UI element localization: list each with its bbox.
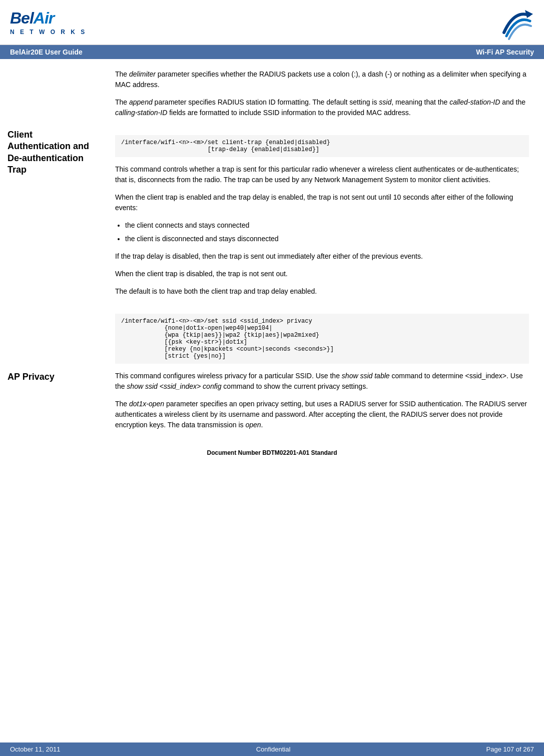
bullet-item-1: the client connects and stays connected — [125, 220, 529, 231]
logo-belair: BelAir — [10, 9, 87, 28]
main-content: Client Authentication and De-authenticat… — [0, 59, 544, 447]
para-delimiter: The delimiter parameter specifies whethe… — [115, 69, 529, 90]
para-trap-enabled: When the client trap is enabled and the … — [115, 192, 529, 213]
spacer2 — [115, 304, 529, 314]
footer-date: October 11, 2011 — [10, 745, 60, 753]
para-default: The default is to have both the client t… — [115, 286, 529, 297]
sidebar: Client Authentication and De-authenticat… — [0, 59, 105, 447]
bullet-item-2: the client is disconnected and stays dis… — [125, 234, 529, 244]
spacer1 — [115, 125, 529, 135]
italic-show-ssid-config: show ssid <ssid_index> config — [127, 382, 221, 390]
italic-dot1x-open: dot1x-open — [129, 400, 164, 408]
italic-called: called-station-ID — [449, 98, 500, 106]
para-command-controls: This command controls whether a trap is … — [115, 164, 529, 185]
italic-calling: calling-station-ID — [115, 109, 167, 117]
sidebar-section-ap-privacy: AP Privacy — [8, 371, 98, 383]
italic-ssid: ssid — [379, 98, 391, 106]
italic-show-ssid-table: show ssid table — [342, 372, 390, 380]
italic-delimiter: delimiter — [129, 70, 156, 78]
nav-right: Wi-Fi AP Security — [476, 48, 534, 56]
para-dot1x-open: The dot1x-open parameter specifies an op… — [115, 399, 529, 430]
nav-left: BelAir20E User Guide — [10, 48, 83, 56]
content-area: The delimiter parameter specifies whethe… — [105, 59, 544, 447]
footer-confidential: Confidential — [60, 745, 486, 753]
nav-bar: BelAir20E User Guide Wi-Fi AP Security — [0, 45, 544, 59]
para-trap-disabled: When the client trap is disabled, the tr… — [115, 269, 529, 279]
italic-open: open — [245, 421, 261, 429]
logo-networks: N E T W O R K S — [10, 29, 87, 36]
footer-bar: October 11, 2011 Confidential Page 107 o… — [0, 742, 544, 756]
svg-marker-0 — [525, 10, 533, 18]
doc-number: Document Number BDTM02201-A01 Standard — [207, 449, 337, 456]
footer-doc: Document Number BDTM02201-A01 Standard — [0, 447, 544, 486]
italic-append: append — [129, 98, 153, 106]
para-trap-delay-disabled: If the trap delay is disabled, then the … — [115, 251, 529, 262]
para-append: The append parameter specifies RADIUS st… — [115, 97, 529, 118]
code-ap-privacy: /interface/wifi-<n>-<m>/set ssid <ssid_i… — [115, 314, 529, 364]
footer-page: Page 107 of 267 — [486, 745, 534, 753]
logo-area: BelAir N E T W O R K S — [10, 9, 87, 36]
sidebar-section-client-auth: Client Authentication and De-authenticat… — [8, 129, 98, 176]
bullet-list: the client connects and stays connected … — [125, 220, 529, 244]
top-header: BelAir N E T W O R K S — [0, 0, 544, 45]
para-ap-privacy-desc: This command configures wireless privacy… — [115, 371, 529, 392]
code-client-trap: /interface/wifi-<n>-<m>/set client-trap … — [115, 135, 529, 157]
brand-icon — [494, 5, 534, 40]
